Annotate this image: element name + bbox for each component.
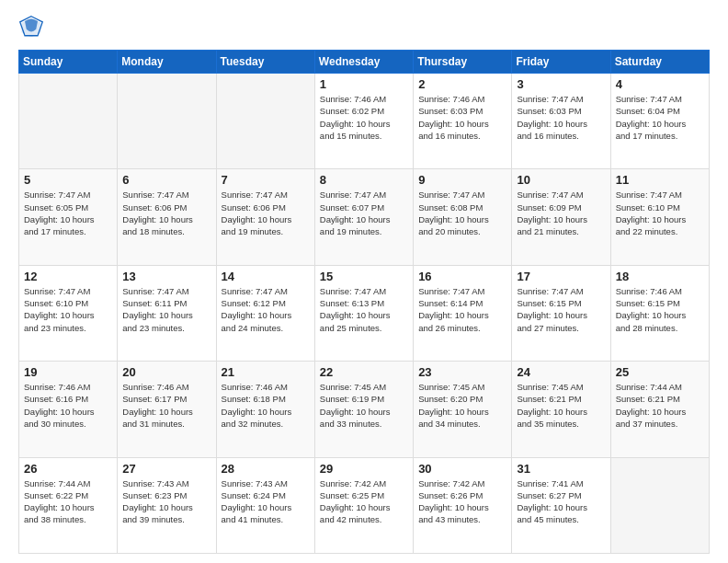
calendar-cell: 9Sunrise: 7:47 AM Sunset: 6:08 PM Daylig… [414,169,512,265]
day-info: Sunrise: 7:42 AM Sunset: 6:26 PM Dayligh… [418,477,506,526]
day-info: Sunrise: 7:47 AM Sunset: 6:14 PM Dayligh… [418,285,506,334]
calendar-cell: 15Sunrise: 7:47 AM Sunset: 6:13 PM Dayli… [314,265,413,361]
calendar-cell: 25Sunrise: 7:44 AM Sunset: 6:21 PM Dayli… [610,362,709,457]
calendar-cell: 22Sunrise: 7:45 AM Sunset: 6:19 PM Dayli… [314,362,413,457]
calendar-cell: 11Sunrise: 7:47 AM Sunset: 6:10 PM Dayli… [610,169,709,265]
day-number: 14 [222,270,310,283]
day-info: Sunrise: 7:47 AM Sunset: 6:12 PM Dayligh… [222,285,310,334]
day-info: Sunrise: 7:47 AM Sunset: 6:10 PM Dayligh… [616,189,704,237]
calendar-cell [610,457,709,553]
calendar-cell: 28Sunrise: 7:43 AM Sunset: 6:24 PM Dayli… [216,457,314,553]
calendar-cell: 24Sunrise: 7:45 AM Sunset: 6:21 PM Dayli… [512,362,610,457]
calendar-week-row: 26Sunrise: 7:44 AM Sunset: 6:22 PM Dayli… [19,457,710,553]
header-cell-monday: Monday [118,51,216,74]
day-number: 28 [222,462,310,476]
header-cell-thursday: Thursday [414,51,512,74]
calendar-cell: 1Sunrise: 7:46 AM Sunset: 6:02 PM Daylig… [314,74,413,169]
calendar-cell: 14Sunrise: 7:47 AM Sunset: 6:12 PM Dayli… [216,265,314,361]
day-number: 4 [616,77,704,91]
calendar-cell: 5Sunrise: 7:47 AM Sunset: 6:05 PM Daylig… [19,169,118,265]
day-number: 6 [122,173,210,187]
day-number: 7 [222,173,310,187]
day-number: 3 [517,77,605,91]
calendar-cell: 26Sunrise: 7:44 AM Sunset: 6:22 PM Dayli… [19,457,118,553]
calendar-cell: 27Sunrise: 7:43 AM Sunset: 6:23 PM Dayli… [118,457,216,553]
day-number: 12 [24,270,112,283]
calendar-cell: 12Sunrise: 7:47 AM Sunset: 6:10 PM Dayli… [19,265,118,361]
header-cell-wednesday: Wednesday [314,51,413,74]
calendar-cell: 21Sunrise: 7:46 AM Sunset: 6:18 PM Dayli… [216,362,314,457]
day-number: 30 [418,462,506,476]
header-cell-saturday: Saturday [610,51,709,74]
calendar-cell: 30Sunrise: 7:42 AM Sunset: 6:26 PM Dayli… [414,457,512,553]
calendar-cell: 3Sunrise: 7:47 AM Sunset: 6:03 PM Daylig… [512,74,610,169]
day-info: Sunrise: 7:47 AM Sunset: 6:03 PM Dayligh… [517,93,605,142]
day-number: 20 [122,365,210,379]
day-info: Sunrise: 7:47 AM Sunset: 6:07 PM Dayligh… [320,189,408,237]
day-number: 5 [24,173,112,187]
calendar-cell: 7Sunrise: 7:47 AM Sunset: 6:06 PM Daylig… [216,169,314,265]
day-number: 21 [222,365,310,379]
calendar-cell [118,74,216,169]
day-number: 23 [418,365,506,379]
calendar-cell: 2Sunrise: 7:46 AM Sunset: 6:03 PM Daylig… [414,74,512,169]
day-info: Sunrise: 7:46 AM Sunset: 6:03 PM Dayligh… [418,93,506,142]
header-cell-sunday: Sunday [19,51,118,74]
calendar-cell: 31Sunrise: 7:41 AM Sunset: 6:27 PM Dayli… [512,457,610,553]
calendar-cell: 29Sunrise: 7:42 AM Sunset: 6:25 PM Dayli… [314,457,413,553]
day-number: 11 [616,173,704,187]
day-number: 24 [517,365,605,379]
day-info: Sunrise: 7:47 AM Sunset: 6:05 PM Dayligh… [24,189,112,237]
header [18,15,710,40]
calendar-cell: 20Sunrise: 7:46 AM Sunset: 6:17 PM Dayli… [118,362,216,457]
day-info: Sunrise: 7:46 AM Sunset: 6:17 PM Dayligh… [122,381,210,430]
day-info: Sunrise: 7:46 AM Sunset: 6:18 PM Dayligh… [222,381,310,430]
logo [18,15,48,40]
day-info: Sunrise: 7:47 AM Sunset: 6:04 PM Dayligh… [616,93,704,142]
day-number: 25 [616,365,704,379]
day-number: 13 [122,270,210,283]
day-number: 2 [418,77,506,91]
day-number: 10 [517,173,605,187]
calendar-table: SundayMondayTuesdayWednesdayThursdayFrid… [18,50,710,554]
page: SundayMondayTuesdayWednesdayThursdayFrid… [0,0,728,563]
header-cell-friday: Friday [512,51,610,74]
calendar-cell: 17Sunrise: 7:47 AM Sunset: 6:15 PM Dayli… [512,265,610,361]
day-info: Sunrise: 7:44 AM Sunset: 6:22 PM Dayligh… [24,477,112,526]
day-info: Sunrise: 7:46 AM Sunset: 6:15 PM Dayligh… [616,285,704,334]
calendar-cell: 6Sunrise: 7:47 AM Sunset: 6:06 PM Daylig… [118,169,216,265]
day-number: 17 [517,270,605,283]
day-number: 9 [418,173,506,187]
day-number: 31 [517,462,605,476]
day-info: Sunrise: 7:47 AM Sunset: 6:10 PM Dayligh… [24,285,112,334]
calendar-cell: 10Sunrise: 7:47 AM Sunset: 6:09 PM Dayli… [512,169,610,265]
day-info: Sunrise: 7:47 AM Sunset: 6:11 PM Dayligh… [122,285,210,334]
calendar-week-row: 12Sunrise: 7:47 AM Sunset: 6:10 PM Dayli… [19,265,710,361]
day-info: Sunrise: 7:47 AM Sunset: 6:09 PM Dayligh… [517,189,605,237]
day-number: 1 [320,77,408,91]
calendar-week-row: 1Sunrise: 7:46 AM Sunset: 6:02 PM Daylig… [19,74,710,169]
calendar-week-row: 5Sunrise: 7:47 AM Sunset: 6:05 PM Daylig… [19,169,710,265]
day-info: Sunrise: 7:41 AM Sunset: 6:27 PM Dayligh… [517,477,605,526]
calendar-cell [216,74,314,169]
day-number: 27 [122,462,210,476]
day-number: 18 [616,270,704,283]
calendar-cell: 23Sunrise: 7:45 AM Sunset: 6:20 PM Dayli… [414,362,512,457]
calendar-cell [19,74,118,169]
calendar-cell: 18Sunrise: 7:46 AM Sunset: 6:15 PM Dayli… [610,265,709,361]
calendar-cell: 16Sunrise: 7:47 AM Sunset: 6:14 PM Dayli… [414,265,512,361]
day-number: 19 [24,365,112,379]
calendar-body: 1Sunrise: 7:46 AM Sunset: 6:02 PM Daylig… [19,74,710,554]
day-info: Sunrise: 7:43 AM Sunset: 6:23 PM Dayligh… [122,477,210,526]
header-row: SundayMondayTuesdayWednesdayThursdayFrid… [19,51,710,74]
day-info: Sunrise: 7:47 AM Sunset: 6:15 PM Dayligh… [517,285,605,334]
calendar-cell: 13Sunrise: 7:47 AM Sunset: 6:11 PM Dayli… [118,265,216,361]
day-number: 26 [24,462,112,476]
day-number: 29 [320,462,408,476]
day-info: Sunrise: 7:45 AM Sunset: 6:21 PM Dayligh… [517,381,605,430]
day-info: Sunrise: 7:45 AM Sunset: 6:19 PM Dayligh… [320,381,408,430]
day-number: 22 [320,365,408,379]
day-info: Sunrise: 7:47 AM Sunset: 6:08 PM Dayligh… [418,189,506,237]
calendar-cell: 19Sunrise: 7:46 AM Sunset: 6:16 PM Dayli… [19,362,118,457]
day-info: Sunrise: 7:45 AM Sunset: 6:20 PM Dayligh… [418,381,506,430]
